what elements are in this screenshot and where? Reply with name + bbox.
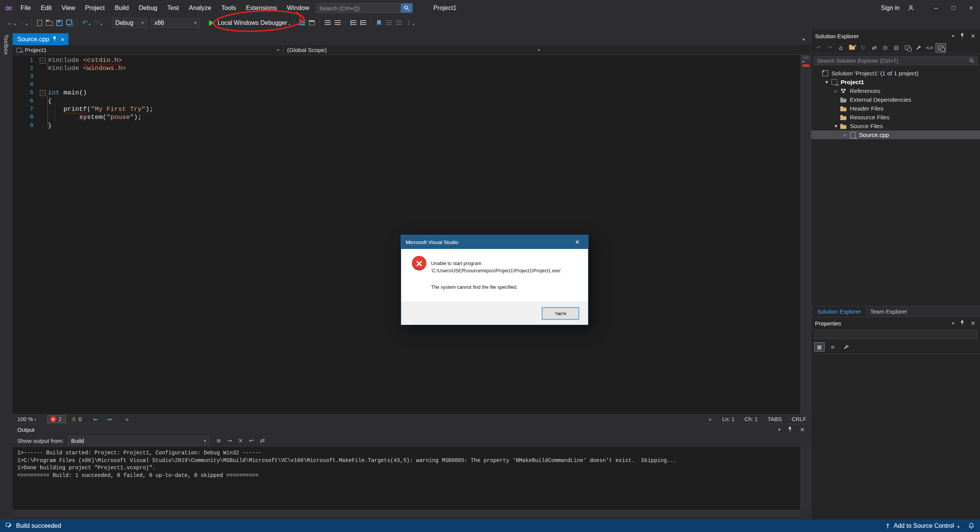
home-icon[interactable]: ⌂ bbox=[836, 43, 846, 52]
fold-collapse-icon[interactable]: - bbox=[40, 58, 46, 63]
output-line[interactable]: ========== Build: 1 succeeded, 0 failed,… bbox=[17, 472, 800, 480]
warning-count-button[interactable]: ⚠ 0 bbox=[71, 416, 82, 423]
tree-item-project1[interactable]: ▼Project1 bbox=[811, 78, 980, 86]
close-panel-icon[interactable]: × bbox=[970, 33, 975, 39]
properties-header[interactable]: Properties ▾ × bbox=[811, 317, 980, 329]
dialog-title-bar[interactable]: Microsoft Visual Studio × bbox=[401, 235, 588, 249]
pin-icon[interactable] bbox=[788, 426, 792, 433]
chevron-down-icon[interactable]: ▾ bbox=[14, 23, 16, 26]
expander-collapsed-icon[interactable]: ▷ bbox=[833, 89, 839, 93]
menu-item-edit[interactable]: Edit bbox=[36, 0, 56, 16]
project-scope-select[interactable]: Project1 ▾ bbox=[13, 45, 283, 55]
close-panel-icon[interactable]: × bbox=[800, 426, 805, 433]
menu-item-build[interactable]: Build bbox=[110, 0, 134, 16]
menu-item-analyze[interactable]: Analyze bbox=[184, 0, 216, 16]
tabs-indicator[interactable]: TABS bbox=[768, 416, 782, 422]
document-list-chevron-icon[interactable]: ▾ bbox=[802, 37, 805, 42]
menu-item-project[interactable]: Project bbox=[80, 0, 109, 16]
code-line-9[interactable]: 9} bbox=[13, 122, 800, 130]
error-position-mark[interactable] bbox=[802, 64, 809, 67]
new-project-icon[interactable] bbox=[34, 18, 44, 28]
save-all-icon[interactable] bbox=[64, 18, 74, 28]
tree-item-header-files[interactable]: Header Files bbox=[811, 104, 980, 113]
output-line[interactable]: 1>------ Build started: Project: Project… bbox=[17, 449, 800, 457]
increase-indent-icon[interactable] bbox=[358, 18, 368, 28]
menu-item-test[interactable]: Test bbox=[162, 0, 184, 16]
tree-item-external-dependencies[interactable]: External Dependencies bbox=[811, 95, 980, 104]
chevron-up-icon[interactable]: ▴ bbox=[957, 524, 959, 528]
chevron-down-icon[interactable]: ▾ bbox=[89, 23, 91, 26]
tab-team-explorer[interactable]: Team Explorer bbox=[866, 306, 912, 317]
categorized-icon[interactable]: ▦ bbox=[814, 342, 825, 351]
code-line-3[interactable]: 3 bbox=[13, 73, 800, 81]
solution-platform-select[interactable]: x86 ▾ bbox=[151, 18, 200, 28]
menu-item-tools[interactable]: Tools bbox=[216, 0, 241, 16]
zoom-select[interactable]: 100 % ▾ bbox=[17, 416, 38, 422]
solution-configuration-select[interactable]: Debug ▾ bbox=[112, 18, 147, 28]
output-source-select[interactable]: Build ▾ bbox=[68, 436, 209, 445]
properties-object-select[interactable] bbox=[814, 330, 977, 339]
code-line-1[interactable]: 1-#include <cstdio.h> bbox=[13, 56, 800, 64]
dialog-close-icon[interactable]: × bbox=[571, 235, 583, 249]
notifications-bell-icon[interactable] bbox=[968, 522, 975, 529]
error-count-button[interactable]: × 2 bbox=[47, 415, 66, 423]
save-icon[interactable] bbox=[54, 18, 64, 28]
output-line[interactable]: 1>Done building project "Project1.vcxpro… bbox=[17, 464, 800, 472]
previous-issue-icon[interactable]: ← bbox=[93, 416, 98, 423]
global-scope-select[interactable]: (Global Scope) ▾ bbox=[283, 45, 544, 55]
scroll-right-icon[interactable]: ▶ bbox=[709, 417, 712, 422]
menu-item-extensions[interactable]: Extensions bbox=[241, 0, 282, 16]
quick-search-box[interactable] bbox=[316, 3, 413, 13]
line-indicator[interactable]: Ln: 1 bbox=[722, 416, 734, 422]
code-line-7[interactable]: 7 printf("My First Try"); bbox=[13, 105, 800, 113]
toolbar-overflow-icon[interactable]: ▾ bbox=[413, 23, 415, 26]
navigate-backward-list-icon[interactable] bbox=[323, 18, 333, 28]
navigate-forward-list-icon[interactable] bbox=[333, 18, 343, 28]
solution-explorer-search-box[interactable] bbox=[813, 56, 978, 65]
clear-all-icon[interactable]: × bbox=[238, 437, 243, 444]
expander-collapsed-icon[interactable]: ▷ bbox=[842, 133, 848, 137]
toolbox-tab[interactable]: Toolbox bbox=[3, 34, 9, 55]
solution-explorer-header[interactable]: Solution Explorer ▾ × bbox=[811, 30, 980, 42]
solution-search-input[interactable] bbox=[814, 58, 969, 64]
show-all-files-icon[interactable] bbox=[902, 43, 913, 52]
fold-collapse-icon[interactable]: - bbox=[40, 90, 46, 96]
eol-indicator[interactable]: CRLF bbox=[792, 416, 806, 422]
add-to-source-control-button[interactable]: Add to Source Control bbox=[894, 522, 954, 529]
sync-with-active-document-icon[interactable] bbox=[936, 43, 946, 52]
expander-expanded-icon[interactable]: ▼ bbox=[833, 124, 839, 128]
column-indicator[interactable]: Ch: 1 bbox=[745, 416, 758, 422]
toggle-autoscroll-icon[interactable]: ⇄ bbox=[260, 437, 265, 444]
output-horizontal-scrollbar[interactable] bbox=[13, 511, 800, 517]
comment-lines-icon[interactable] bbox=[384, 18, 394, 28]
sign-in-button[interactable]: Sign in bbox=[881, 5, 900, 11]
pin-icon[interactable] bbox=[52, 36, 57, 43]
navigate-forward-icon[interactable]: ↷ bbox=[825, 43, 835, 52]
tree-item-references[interactable]: ▷References bbox=[811, 86, 980, 95]
menu-item-file[interactable]: File bbox=[16, 0, 36, 16]
scroll-left-icon[interactable]: ◀ bbox=[125, 417, 128, 422]
property-pages-icon[interactable] bbox=[841, 342, 851, 351]
minimize-button[interactable]: – bbox=[927, 0, 945, 16]
window-position-chevron-icon[interactable]: ▾ bbox=[952, 321, 954, 326]
tab-source-cpp[interactable]: Source.cpp × bbox=[13, 33, 69, 45]
next-issue-icon[interactable]: → bbox=[107, 416, 112, 423]
code-line-6[interactable]: 6{ bbox=[13, 97, 800, 105]
output-panel-header[interactable]: Output ▾ × bbox=[13, 424, 811, 435]
decrease-indent-icon[interactable] bbox=[348, 18, 358, 28]
performance-profiler-icon[interactable] bbox=[307, 18, 317, 28]
view-code-icon[interactable]: <> bbox=[924, 43, 935, 52]
navigate-forward-icon[interactable]: → bbox=[17, 18, 27, 28]
maximize-button[interactable]: □ bbox=[945, 0, 962, 16]
menu-item-window[interactable]: Window bbox=[282, 0, 314, 16]
new-filtered-view-icon[interactable] bbox=[847, 43, 857, 52]
word-wrap-icon[interactable]: ↩ bbox=[249, 437, 254, 444]
code-line-8[interactable]: 8 system("pouse"); bbox=[13, 113, 800, 121]
tree-item-resource-files[interactable]: Resource Files bbox=[811, 113, 980, 122]
tree-item-source-files[interactable]: ▼Source Files bbox=[811, 122, 980, 130]
toggle-bookmark-icon[interactable] bbox=[374, 18, 384, 28]
code-line-4[interactable]: 4 bbox=[13, 81, 800, 89]
uncomment-lines-icon[interactable] bbox=[394, 18, 404, 28]
refresh-icon[interactable]: ↻ bbox=[858, 43, 868, 52]
code-line-2[interactable]: 2#include <windows.h> bbox=[13, 64, 800, 72]
